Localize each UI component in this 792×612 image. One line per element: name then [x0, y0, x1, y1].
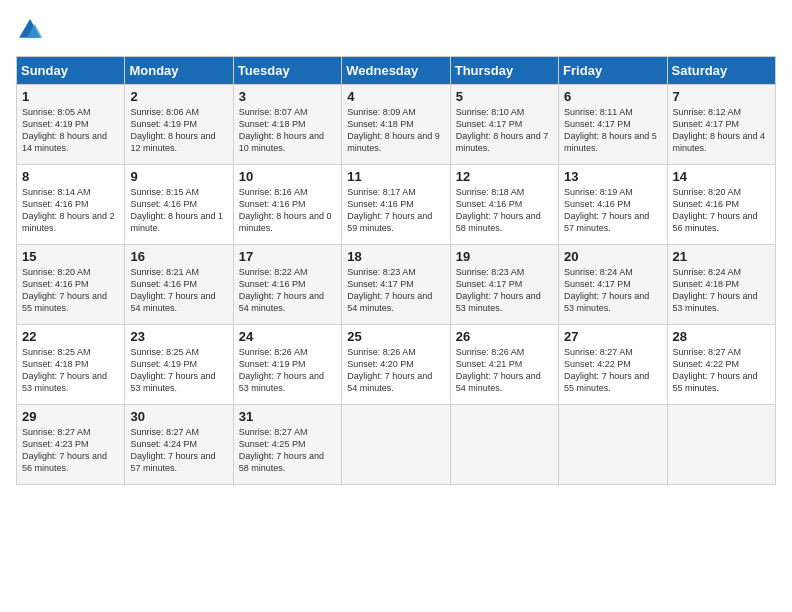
- day-cell: 21Sunrise: 8:24 AMSunset: 4:18 PMDayligh…: [667, 245, 775, 325]
- day-number: 24: [239, 329, 336, 344]
- day-cell: [450, 405, 558, 485]
- day-number: 19: [456, 249, 553, 264]
- day-cell: 9Sunrise: 8:15 AMSunset: 4:16 PMDaylight…: [125, 165, 233, 245]
- cell-info: Sunrise: 8:27 AMSunset: 4:25 PMDaylight:…: [239, 426, 336, 475]
- cell-info: Sunrise: 8:21 AMSunset: 4:16 PMDaylight:…: [130, 266, 227, 315]
- cell-info: Sunrise: 8:15 AMSunset: 4:16 PMDaylight:…: [130, 186, 227, 235]
- cell-info: Sunrise: 8:27 AMSunset: 4:22 PMDaylight:…: [673, 346, 770, 395]
- day-number: 31: [239, 409, 336, 424]
- day-cell: 8Sunrise: 8:14 AMSunset: 4:16 PMDaylight…: [17, 165, 125, 245]
- cell-info: Sunrise: 8:23 AMSunset: 4:17 PMDaylight:…: [456, 266, 553, 315]
- day-cell: 6Sunrise: 8:11 AMSunset: 4:17 PMDaylight…: [559, 85, 667, 165]
- cell-info: Sunrise: 8:27 AMSunset: 4:23 PMDaylight:…: [22, 426, 119, 475]
- day-cell: 1Sunrise: 8:05 AMSunset: 4:19 PMDaylight…: [17, 85, 125, 165]
- day-cell: 16Sunrise: 8:21 AMSunset: 4:16 PMDayligh…: [125, 245, 233, 325]
- logo: [16, 16, 48, 44]
- page-header: [16, 16, 776, 44]
- day-number: 30: [130, 409, 227, 424]
- day-number: 29: [22, 409, 119, 424]
- day-number: 25: [347, 329, 444, 344]
- day-cell: 30Sunrise: 8:27 AMSunset: 4:24 PMDayligh…: [125, 405, 233, 485]
- day-cell: 31Sunrise: 8:27 AMSunset: 4:25 PMDayligh…: [233, 405, 341, 485]
- header-cell-wednesday: Wednesday: [342, 57, 450, 85]
- day-number: 26: [456, 329, 553, 344]
- day-cell: 26Sunrise: 8:26 AMSunset: 4:21 PMDayligh…: [450, 325, 558, 405]
- day-cell: 29Sunrise: 8:27 AMSunset: 4:23 PMDayligh…: [17, 405, 125, 485]
- cell-info: Sunrise: 8:24 AMSunset: 4:17 PMDaylight:…: [564, 266, 661, 315]
- day-cell: 23Sunrise: 8:25 AMSunset: 4:19 PMDayligh…: [125, 325, 233, 405]
- cell-info: Sunrise: 8:25 AMSunset: 4:19 PMDaylight:…: [130, 346, 227, 395]
- logo-icon: [16, 16, 44, 44]
- day-cell: 10Sunrise: 8:16 AMSunset: 4:16 PMDayligh…: [233, 165, 341, 245]
- day-cell: 20Sunrise: 8:24 AMSunset: 4:17 PMDayligh…: [559, 245, 667, 325]
- day-cell: 27Sunrise: 8:27 AMSunset: 4:22 PMDayligh…: [559, 325, 667, 405]
- day-number: 9: [130, 169, 227, 184]
- header-cell-sunday: Sunday: [17, 57, 125, 85]
- header-cell-tuesday: Tuesday: [233, 57, 341, 85]
- cell-info: Sunrise: 8:26 AMSunset: 4:20 PMDaylight:…: [347, 346, 444, 395]
- cell-info: Sunrise: 8:06 AMSunset: 4:19 PMDaylight:…: [130, 106, 227, 155]
- day-number: 20: [564, 249, 661, 264]
- day-cell: 19Sunrise: 8:23 AMSunset: 4:17 PMDayligh…: [450, 245, 558, 325]
- header-cell-saturday: Saturday: [667, 57, 775, 85]
- day-cell: 22Sunrise: 8:25 AMSunset: 4:18 PMDayligh…: [17, 325, 125, 405]
- day-number: 6: [564, 89, 661, 104]
- day-number: 27: [564, 329, 661, 344]
- cell-info: Sunrise: 8:24 AMSunset: 4:18 PMDaylight:…: [673, 266, 770, 315]
- cell-info: Sunrise: 8:09 AMSunset: 4:18 PMDaylight:…: [347, 106, 444, 155]
- cell-info: Sunrise: 8:12 AMSunset: 4:17 PMDaylight:…: [673, 106, 770, 155]
- day-cell: 24Sunrise: 8:26 AMSunset: 4:19 PMDayligh…: [233, 325, 341, 405]
- day-number: 22: [22, 329, 119, 344]
- day-number: 18: [347, 249, 444, 264]
- day-cell: 11Sunrise: 8:17 AMSunset: 4:16 PMDayligh…: [342, 165, 450, 245]
- header-cell-friday: Friday: [559, 57, 667, 85]
- day-number: 28: [673, 329, 770, 344]
- day-number: 21: [673, 249, 770, 264]
- day-number: 14: [673, 169, 770, 184]
- day-number: 1: [22, 89, 119, 104]
- header-row: SundayMondayTuesdayWednesdayThursdayFrid…: [17, 57, 776, 85]
- day-number: 17: [239, 249, 336, 264]
- day-number: 13: [564, 169, 661, 184]
- day-cell: 4Sunrise: 8:09 AMSunset: 4:18 PMDaylight…: [342, 85, 450, 165]
- cell-info: Sunrise: 8:14 AMSunset: 4:16 PMDaylight:…: [22, 186, 119, 235]
- week-row-1: 1Sunrise: 8:05 AMSunset: 4:19 PMDaylight…: [17, 85, 776, 165]
- cell-info: Sunrise: 8:11 AMSunset: 4:17 PMDaylight:…: [564, 106, 661, 155]
- day-number: 15: [22, 249, 119, 264]
- day-number: 2: [130, 89, 227, 104]
- day-cell: 12Sunrise: 8:18 AMSunset: 4:16 PMDayligh…: [450, 165, 558, 245]
- day-cell: 2Sunrise: 8:06 AMSunset: 4:19 PMDaylight…: [125, 85, 233, 165]
- day-number: 16: [130, 249, 227, 264]
- header-cell-thursday: Thursday: [450, 57, 558, 85]
- day-cell: 13Sunrise: 8:19 AMSunset: 4:16 PMDayligh…: [559, 165, 667, 245]
- day-number: 11: [347, 169, 444, 184]
- day-number: 5: [456, 89, 553, 104]
- day-number: 8: [22, 169, 119, 184]
- cell-info: Sunrise: 8:25 AMSunset: 4:18 PMDaylight:…: [22, 346, 119, 395]
- cell-info: Sunrise: 8:20 AMSunset: 4:16 PMDaylight:…: [673, 186, 770, 235]
- day-cell: [667, 405, 775, 485]
- day-number: 3: [239, 89, 336, 104]
- day-cell: [559, 405, 667, 485]
- cell-info: Sunrise: 8:16 AMSunset: 4:16 PMDaylight:…: [239, 186, 336, 235]
- cell-info: Sunrise: 8:17 AMSunset: 4:16 PMDaylight:…: [347, 186, 444, 235]
- header-cell-monday: Monday: [125, 57, 233, 85]
- cell-info: Sunrise: 8:19 AMSunset: 4:16 PMDaylight:…: [564, 186, 661, 235]
- week-row-2: 8Sunrise: 8:14 AMSunset: 4:16 PMDaylight…: [17, 165, 776, 245]
- day-cell: [342, 405, 450, 485]
- day-cell: 17Sunrise: 8:22 AMSunset: 4:16 PMDayligh…: [233, 245, 341, 325]
- day-cell: 7Sunrise: 8:12 AMSunset: 4:17 PMDaylight…: [667, 85, 775, 165]
- cell-info: Sunrise: 8:26 AMSunset: 4:19 PMDaylight:…: [239, 346, 336, 395]
- day-cell: 14Sunrise: 8:20 AMSunset: 4:16 PMDayligh…: [667, 165, 775, 245]
- cell-info: Sunrise: 8:07 AMSunset: 4:18 PMDaylight:…: [239, 106, 336, 155]
- day-cell: 5Sunrise: 8:10 AMSunset: 4:17 PMDaylight…: [450, 85, 558, 165]
- day-cell: 18Sunrise: 8:23 AMSunset: 4:17 PMDayligh…: [342, 245, 450, 325]
- week-row-3: 15Sunrise: 8:20 AMSunset: 4:16 PMDayligh…: [17, 245, 776, 325]
- cell-info: Sunrise: 8:22 AMSunset: 4:16 PMDaylight:…: [239, 266, 336, 315]
- day-number: 4: [347, 89, 444, 104]
- cell-info: Sunrise: 8:18 AMSunset: 4:16 PMDaylight:…: [456, 186, 553, 235]
- cell-info: Sunrise: 8:05 AMSunset: 4:19 PMDaylight:…: [22, 106, 119, 155]
- day-cell: 25Sunrise: 8:26 AMSunset: 4:20 PMDayligh…: [342, 325, 450, 405]
- day-cell: 28Sunrise: 8:27 AMSunset: 4:22 PMDayligh…: [667, 325, 775, 405]
- day-cell: 15Sunrise: 8:20 AMSunset: 4:16 PMDayligh…: [17, 245, 125, 325]
